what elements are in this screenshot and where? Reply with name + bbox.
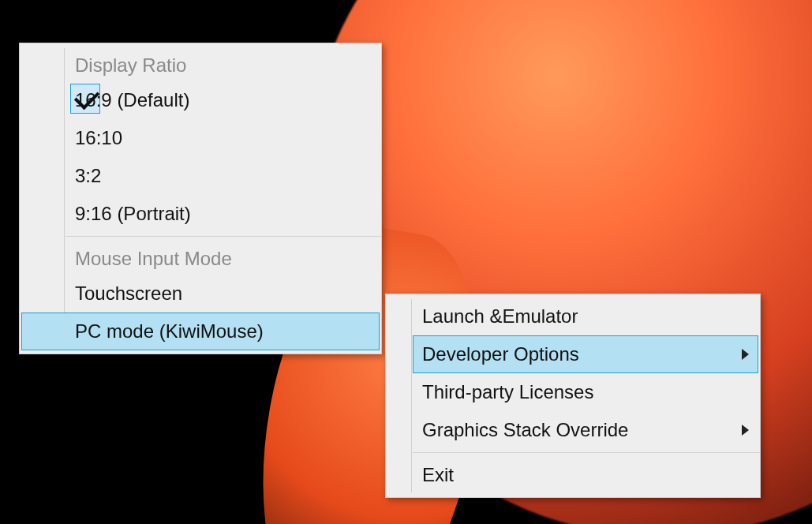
submenu-arrow-icon bbox=[742, 425, 749, 436]
menu-item-developer-options[interactable]: Developer Options bbox=[413, 335, 758, 373]
menu-item-mouse-touchscreen[interactable]: Touchscreen bbox=[65, 275, 380, 313]
submenu-developer-options[interactable]: Display Ratio 16:9 (Default) 16:10 3:2 9… bbox=[19, 43, 382, 354]
menu-separator bbox=[65, 236, 381, 237]
menu-separator bbox=[413, 452, 760, 453]
menu-item-label: Graphics Stack Override bbox=[422, 419, 628, 440]
context-menu-main[interactable]: Launch &Emulator Developer Options Third… bbox=[385, 294, 761, 498]
menu-item-third-party-licenses[interactable]: Third-party Licenses bbox=[413, 373, 758, 411]
submenu-arrow-icon bbox=[742, 349, 749, 360]
menu-item-launch-emulator[interactable]: Launch &Emulator bbox=[413, 298, 758, 335]
menu-item-graphics-stack-override[interactable]: Graphics Stack Override bbox=[413, 411, 758, 449]
menu-item-exit[interactable]: Exit bbox=[413, 456, 758, 494]
menu-item-ratio-16-9[interactable]: 16:9 (Default) bbox=[65, 81, 380, 119]
section-header-mouse-input: Mouse Input Mode bbox=[65, 240, 380, 275]
section-header-display-ratio: Display Ratio bbox=[65, 47, 380, 81]
menu-item-ratio-16-10[interactable]: 16:10 bbox=[65, 119, 380, 157]
menu-item-label: Developer Options bbox=[422, 343, 579, 365]
menu-item-ratio-9-16[interactable]: 9:16 (Portrait) bbox=[65, 195, 380, 233]
menu-item-mouse-pc-mode[interactable]: PC mode (KiwiMouse) bbox=[21, 313, 380, 350]
menu-item-ratio-3-2[interactable]: 3:2 bbox=[65, 157, 380, 195]
